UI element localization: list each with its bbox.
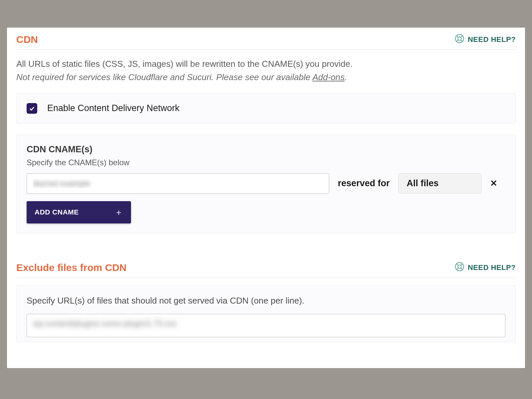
exclude-help-link[interactable]: NEED HELP? — [455, 262, 516, 274]
cdn-cnames-box: CDN CNAME(s) Specify the CNAME(s) below … — [16, 135, 516, 233]
exclude-title: Exclude files from CDN — [16, 262, 127, 273]
cnames-title: CDN CNAME(s) — [27, 144, 505, 155]
enable-cdn-label: Enable Content Delivery Network — [47, 103, 180, 113]
svg-line-11 — [461, 268, 463, 270]
svg-point-1 — [458, 37, 461, 41]
svg-line-10 — [456, 268, 458, 270]
exclude-box: Specify URL(s) of files that should not … — [16, 285, 516, 342]
svg-line-2 — [456, 36, 458, 37]
cname-input[interactable] — [27, 173, 329, 194]
cdn-title: CDN — [16, 34, 38, 45]
intro-line1: All URLs of static files (CSS, JS, image… — [16, 59, 352, 69]
lifebuoy-icon — [455, 34, 465, 46]
cname-row: reserved for All files ✕ — [27, 173, 505, 194]
add-cname-button[interactable]: ADD CNAME ＋ — [27, 201, 131, 223]
exclude-textarea[interactable] — [27, 314, 505, 337]
svg-line-5 — [461, 40, 463, 42]
cdn-intro: All URLs of static files (CSS, JS, image… — [16, 57, 516, 84]
intro-line2-suffix: . — [345, 72, 347, 82]
svg-line-3 — [461, 36, 463, 37]
exclude-section: Exclude files from CDN NEED HELP? Specif… — [16, 262, 516, 342]
add-cname-label: ADD CNAME — [35, 208, 79, 216]
remove-cname-button[interactable]: ✕ — [490, 178, 497, 189]
svg-point-7 — [458, 265, 461, 268]
cnames-desc: Specify the CNAME(s) below — [27, 158, 505, 167]
reserved-for-label: reserved for — [338, 178, 390, 189]
svg-line-4 — [456, 40, 458, 42]
exclude-section-header: Exclude files from CDN NEED HELP? — [16, 262, 516, 278]
lifebuoy-icon — [455, 262, 465, 274]
settings-panel: CDN NEED HELP? All URLs of static files … — [7, 28, 525, 368]
plus-icon: ＋ — [114, 206, 123, 218]
enable-cdn-row: Enable Content Delivery Network — [27, 103, 505, 114]
svg-line-8 — [456, 263, 458, 265]
addons-link[interactable]: Add-ons — [313, 72, 345, 82]
exclude-desc: Specify URL(s) of files that should not … — [27, 296, 505, 306]
cdn-help-link[interactable]: NEED HELP? — [455, 34, 516, 46]
enable-cdn-box: Enable Content Delivery Network — [16, 93, 516, 123]
help-label: NEED HELP? — [468, 35, 516, 44]
intro-line2-prefix: Not required for services like Cloudflar… — [16, 72, 313, 82]
file-scope-select[interactable]: All files — [398, 173, 481, 194]
enable-cdn-checkbox[interactable] — [27, 103, 37, 114]
help-label: NEED HELP? — [468, 263, 516, 272]
cdn-section-header: CDN NEED HELP? — [16, 34, 516, 50]
svg-line-9 — [461, 263, 463, 265]
